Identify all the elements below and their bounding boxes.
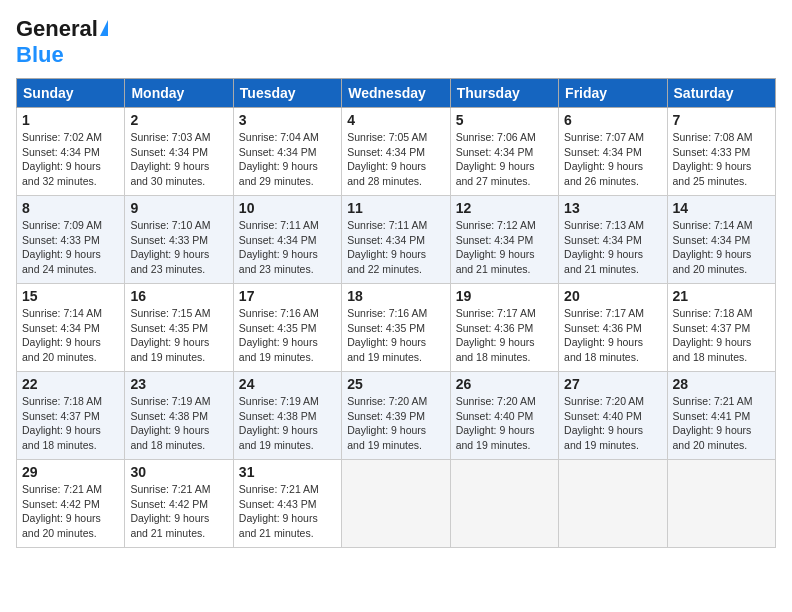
col-header-tuesday: Tuesday xyxy=(233,79,341,108)
calendar-cell: 4Sunrise: 7:05 AMSunset: 4:34 PMDaylight… xyxy=(342,108,450,196)
day-number: 2 xyxy=(130,112,227,128)
calendar-cell xyxy=(342,460,450,548)
day-number: 16 xyxy=(130,288,227,304)
cell-info: Sunrise: 7:13 AMSunset: 4:34 PMDaylight:… xyxy=(564,218,661,277)
logo: General Blue xyxy=(16,16,108,68)
cell-info: Sunrise: 7:21 AMSunset: 4:43 PMDaylight:… xyxy=(239,482,336,541)
cell-info: Sunrise: 7:05 AMSunset: 4:34 PMDaylight:… xyxy=(347,130,444,189)
calendar-cell: 23Sunrise: 7:19 AMSunset: 4:38 PMDayligh… xyxy=(125,372,233,460)
cell-info: Sunrise: 7:20 AMSunset: 4:39 PMDaylight:… xyxy=(347,394,444,453)
day-number: 7 xyxy=(673,112,770,128)
calendar-cell: 2Sunrise: 7:03 AMSunset: 4:34 PMDaylight… xyxy=(125,108,233,196)
calendar-cell xyxy=(450,460,558,548)
day-number: 8 xyxy=(22,200,119,216)
calendar-cell: 10Sunrise: 7:11 AMSunset: 4:34 PMDayligh… xyxy=(233,196,341,284)
day-number: 11 xyxy=(347,200,444,216)
col-header-saturday: Saturday xyxy=(667,79,775,108)
cell-info: Sunrise: 7:21 AMSunset: 4:42 PMDaylight:… xyxy=(130,482,227,541)
logo-blue: Blue xyxy=(16,42,64,67)
day-number: 13 xyxy=(564,200,661,216)
cell-info: Sunrise: 7:19 AMSunset: 4:38 PMDaylight:… xyxy=(130,394,227,453)
week-row-1: 1Sunrise: 7:02 AMSunset: 4:34 PMDaylight… xyxy=(17,108,776,196)
cell-info: Sunrise: 7:02 AMSunset: 4:34 PMDaylight:… xyxy=(22,130,119,189)
day-number: 27 xyxy=(564,376,661,392)
calendar-cell: 14Sunrise: 7:14 AMSunset: 4:34 PMDayligh… xyxy=(667,196,775,284)
day-number: 22 xyxy=(22,376,119,392)
day-number: 25 xyxy=(347,376,444,392)
day-number: 4 xyxy=(347,112,444,128)
col-header-wednesday: Wednesday xyxy=(342,79,450,108)
cell-info: Sunrise: 7:08 AMSunset: 4:33 PMDaylight:… xyxy=(673,130,770,189)
calendar-cell: 20Sunrise: 7:17 AMSunset: 4:36 PMDayligh… xyxy=(559,284,667,372)
cell-info: Sunrise: 7:04 AMSunset: 4:34 PMDaylight:… xyxy=(239,130,336,189)
calendar-cell: 19Sunrise: 7:17 AMSunset: 4:36 PMDayligh… xyxy=(450,284,558,372)
week-row-5: 29Sunrise: 7:21 AMSunset: 4:42 PMDayligh… xyxy=(17,460,776,548)
calendar-cell: 7Sunrise: 7:08 AMSunset: 4:33 PMDaylight… xyxy=(667,108,775,196)
cell-info: Sunrise: 7:11 AMSunset: 4:34 PMDaylight:… xyxy=(239,218,336,277)
calendar-cell: 3Sunrise: 7:04 AMSunset: 4:34 PMDaylight… xyxy=(233,108,341,196)
cell-info: Sunrise: 7:15 AMSunset: 4:35 PMDaylight:… xyxy=(130,306,227,365)
day-number: 21 xyxy=(673,288,770,304)
header: General Blue xyxy=(16,16,776,68)
day-number: 3 xyxy=(239,112,336,128)
day-number: 6 xyxy=(564,112,661,128)
logo-text: General xyxy=(16,16,98,42)
calendar-cell: 13Sunrise: 7:13 AMSunset: 4:34 PMDayligh… xyxy=(559,196,667,284)
cell-info: Sunrise: 7:20 AMSunset: 4:40 PMDaylight:… xyxy=(564,394,661,453)
day-number: 29 xyxy=(22,464,119,480)
day-number: 26 xyxy=(456,376,553,392)
cell-info: Sunrise: 7:17 AMSunset: 4:36 PMDaylight:… xyxy=(456,306,553,365)
cell-info: Sunrise: 7:10 AMSunset: 4:33 PMDaylight:… xyxy=(130,218,227,277)
cell-info: Sunrise: 7:11 AMSunset: 4:34 PMDaylight:… xyxy=(347,218,444,277)
day-number: 5 xyxy=(456,112,553,128)
calendar-cell: 18Sunrise: 7:16 AMSunset: 4:35 PMDayligh… xyxy=(342,284,450,372)
day-number: 1 xyxy=(22,112,119,128)
calendar-table: SundayMondayTuesdayWednesdayThursdayFrid… xyxy=(16,78,776,548)
cell-info: Sunrise: 7:06 AMSunset: 4:34 PMDaylight:… xyxy=(456,130,553,189)
week-row-3: 15Sunrise: 7:14 AMSunset: 4:34 PMDayligh… xyxy=(17,284,776,372)
calendar-cell: 30Sunrise: 7:21 AMSunset: 4:42 PMDayligh… xyxy=(125,460,233,548)
week-row-2: 8Sunrise: 7:09 AMSunset: 4:33 PMDaylight… xyxy=(17,196,776,284)
cell-info: Sunrise: 7:21 AMSunset: 4:41 PMDaylight:… xyxy=(673,394,770,453)
calendar-cell: 28Sunrise: 7:21 AMSunset: 4:41 PMDayligh… xyxy=(667,372,775,460)
calendar-cell: 22Sunrise: 7:18 AMSunset: 4:37 PMDayligh… xyxy=(17,372,125,460)
cell-info: Sunrise: 7:16 AMSunset: 4:35 PMDaylight:… xyxy=(239,306,336,365)
cell-info: Sunrise: 7:03 AMSunset: 4:34 PMDaylight:… xyxy=(130,130,227,189)
calendar-cell: 9Sunrise: 7:10 AMSunset: 4:33 PMDaylight… xyxy=(125,196,233,284)
calendar-cell xyxy=(559,460,667,548)
cell-info: Sunrise: 7:20 AMSunset: 4:40 PMDaylight:… xyxy=(456,394,553,453)
col-header-thursday: Thursday xyxy=(450,79,558,108)
day-number: 14 xyxy=(673,200,770,216)
cell-info: Sunrise: 7:18 AMSunset: 4:37 PMDaylight:… xyxy=(673,306,770,365)
day-number: 23 xyxy=(130,376,227,392)
calendar-cell: 24Sunrise: 7:19 AMSunset: 4:38 PMDayligh… xyxy=(233,372,341,460)
calendar-cell: 21Sunrise: 7:18 AMSunset: 4:37 PMDayligh… xyxy=(667,284,775,372)
calendar-cell: 6Sunrise: 7:07 AMSunset: 4:34 PMDaylight… xyxy=(559,108,667,196)
cell-info: Sunrise: 7:18 AMSunset: 4:37 PMDaylight:… xyxy=(22,394,119,453)
day-number: 28 xyxy=(673,376,770,392)
day-number: 17 xyxy=(239,288,336,304)
calendar-cell: 16Sunrise: 7:15 AMSunset: 4:35 PMDayligh… xyxy=(125,284,233,372)
day-number: 9 xyxy=(130,200,227,216)
day-number: 30 xyxy=(130,464,227,480)
day-number: 18 xyxy=(347,288,444,304)
day-number: 24 xyxy=(239,376,336,392)
day-number: 12 xyxy=(456,200,553,216)
calendar-cell: 29Sunrise: 7:21 AMSunset: 4:42 PMDayligh… xyxy=(17,460,125,548)
cell-info: Sunrise: 7:19 AMSunset: 4:38 PMDaylight:… xyxy=(239,394,336,453)
calendar-cell: 25Sunrise: 7:20 AMSunset: 4:39 PMDayligh… xyxy=(342,372,450,460)
day-number: 19 xyxy=(456,288,553,304)
cell-info: Sunrise: 7:09 AMSunset: 4:33 PMDaylight:… xyxy=(22,218,119,277)
col-header-monday: Monday xyxy=(125,79,233,108)
cell-info: Sunrise: 7:21 AMSunset: 4:42 PMDaylight:… xyxy=(22,482,119,541)
calendar-cell: 15Sunrise: 7:14 AMSunset: 4:34 PMDayligh… xyxy=(17,284,125,372)
cell-info: Sunrise: 7:17 AMSunset: 4:36 PMDaylight:… xyxy=(564,306,661,365)
day-number: 10 xyxy=(239,200,336,216)
calendar-cell: 11Sunrise: 7:11 AMSunset: 4:34 PMDayligh… xyxy=(342,196,450,284)
cell-info: Sunrise: 7:07 AMSunset: 4:34 PMDaylight:… xyxy=(564,130,661,189)
col-header-friday: Friday xyxy=(559,79,667,108)
logo-arrow xyxy=(100,20,108,36)
day-number: 31 xyxy=(239,464,336,480)
calendar-cell: 31Sunrise: 7:21 AMSunset: 4:43 PMDayligh… xyxy=(233,460,341,548)
cell-info: Sunrise: 7:14 AMSunset: 4:34 PMDaylight:… xyxy=(673,218,770,277)
